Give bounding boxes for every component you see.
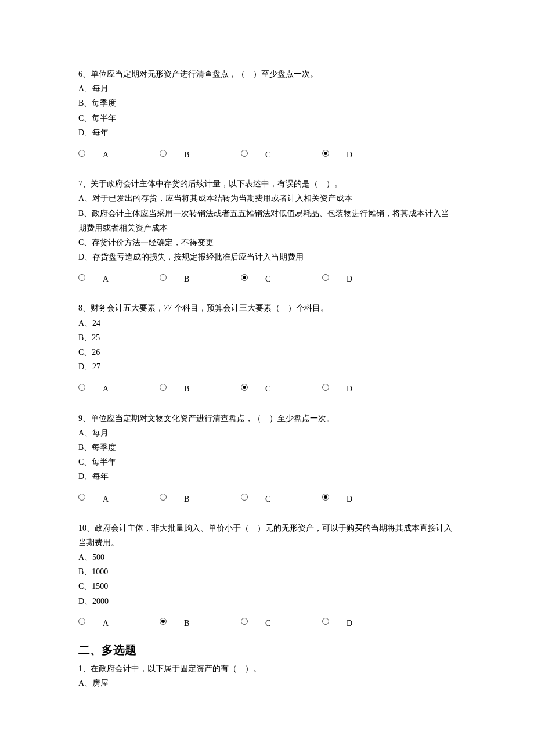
radio-label: A [103, 147, 109, 162]
radio-option-c[interactable]: C [241, 490, 322, 505]
question-option-b-text: B、政府会计主体应当采用一次转销法或者五五摊销法对低值易耗品、包装物进行摊销，将… [78, 206, 456, 235]
question-option-a-text: A、每月 [78, 81, 456, 96]
question-option-b-text: B、每季度 [78, 440, 456, 455]
question-option-a-text: A、房屋 [78, 676, 456, 690]
radio-icon-selected [160, 618, 167, 625]
radio-option-b[interactable]: B [160, 270, 241, 285]
radio-option-a[interactable]: A [78, 380, 160, 394]
radio-icon-selected [241, 384, 248, 391]
question-option-a-text: A、500 [78, 550, 456, 564]
question-text: 1、在政府会计中，以下属于固定资产的有（ ）。 [78, 661, 456, 676]
question-8: 8、财务会计五大要素，77 个科目，预算会计三大要素（ ）个科目。 A、24 B… [78, 301, 456, 394]
radio-option-b[interactable]: B [160, 490, 241, 505]
radio-option-c[interactable]: C [241, 146, 322, 160]
question-text: 10、政府会计主体，非大批量购入、单价小于（ ）元的无形资产，可以于购买的当期将… [78, 521, 456, 550]
section-heading-multi: 二、多选题 [78, 639, 456, 660]
radio-label: A [103, 272, 109, 286]
radio-option-c[interactable]: C [241, 614, 322, 629]
radio-label: C [265, 272, 270, 286]
radio-option-d[interactable]: D [322, 614, 403, 629]
question-7: 7、关于政府会计主体中存货的后续计量，以下表述中，有误的是（ ）。 A、对于已发… [78, 177, 456, 285]
radio-label: A [103, 492, 109, 506]
radio-icon [322, 384, 329, 391]
radio-label: B [184, 147, 189, 162]
question-option-b-text: B、每季度 [78, 96, 456, 110]
radio-option-a[interactable]: A [78, 614, 160, 629]
radio-option-c[interactable]: C [241, 380, 322, 394]
radio-group: A B C D [78, 614, 456, 629]
radio-label: A [103, 616, 109, 631]
radio-label: B [184, 616, 189, 631]
question-option-d-text: D、2000 [78, 594, 456, 609]
question-text: 7、关于政府会计主体中存货的后续计量，以下表述中，有误的是（ ）。 [78, 177, 456, 191]
radio-option-d[interactable]: D [322, 270, 403, 285]
radio-option-b[interactable]: B [160, 146, 241, 160]
radio-option-d[interactable]: D [322, 146, 403, 160]
question-option-b-text: B、25 [78, 330, 456, 345]
question-option-a-text: A、24 [78, 316, 456, 330]
question-text: 8、财务会计五大要素，77 个科目，预算会计三大要素（ ）个科目。 [78, 301, 456, 315]
question-option-a-text: A、对于已发出的存货，应当将其成本结转为当期费用或者计入相关资产成本 [78, 191, 456, 206]
radio-label: D [347, 616, 352, 631]
radio-option-d[interactable]: D [322, 490, 403, 505]
radio-option-b[interactable]: B [160, 614, 241, 629]
question-9: 9、单位应当定期对文物文化资产进行清查盘点，（ ）至少盘点一次。 A、每月 B、… [78, 411, 456, 505]
question-option-c-text: C、26 [78, 345, 456, 359]
radio-icon-selected [322, 150, 329, 157]
question-text: 9、单位应当定期对文物文化资产进行清查盘点，（ ）至少盘点一次。 [78, 411, 456, 426]
radio-icon [160, 384, 167, 391]
radio-label: C [265, 616, 270, 631]
radio-label: C [265, 147, 270, 162]
radio-icon-selected [322, 494, 329, 501]
radio-option-a[interactable]: A [78, 490, 160, 505]
question-option-d-text: D、27 [78, 359, 456, 374]
radio-icon [160, 274, 167, 281]
radio-icon [241, 150, 248, 157]
radio-label: D [347, 492, 352, 506]
question-option-c-text: C、1500 [78, 579, 456, 593]
radio-label: B [184, 272, 189, 286]
radio-icon [241, 494, 248, 501]
radio-icon [160, 150, 167, 157]
radio-icon [322, 618, 329, 625]
radio-icon-selected [241, 274, 248, 281]
radio-icon [78, 384, 85, 391]
question-option-d-text: D、每年 [78, 469, 456, 484]
question-option-d-text: D、每年 [78, 125, 456, 140]
question-option-d-text: D、存货盘亏造成的损失，按规定报经批准后应当计入当期费用 [78, 250, 456, 264]
radio-group: A B C D [78, 146, 456, 160]
radio-icon [78, 274, 85, 281]
radio-option-a[interactable]: A [78, 146, 160, 160]
radio-group: A B C D [78, 270, 456, 285]
radio-label: D [347, 272, 352, 286]
question-text: 6、单位应当定期对无形资产进行清查盘点，（ ）至少盘点一次。 [78, 67, 456, 81]
question-option-c-text: C、每半年 [78, 111, 456, 125]
radio-option-a[interactable]: A [78, 270, 160, 285]
radio-label: D [347, 147, 352, 162]
question-option-c-text: C、存货计价方法一经确定，不得变更 [78, 235, 456, 250]
radio-label: C [265, 492, 270, 506]
question-option-b-text: B、1000 [78, 564, 456, 579]
radio-option-d[interactable]: D [322, 380, 403, 394]
radio-icon [322, 274, 329, 281]
radio-group: A B C D [78, 380, 456, 394]
radio-label: B [184, 381, 189, 396]
question-option-c-text: C、每半年 [78, 455, 456, 469]
radio-option-c[interactable]: C [241, 270, 322, 285]
radio-label: C [265, 381, 270, 396]
radio-label: A [103, 381, 109, 396]
radio-icon [160, 494, 167, 501]
radio-icon [241, 618, 248, 625]
question-6: 6、单位应当定期对无形资产进行清查盘点，（ ）至少盘点一次。 A、每月 B、每季… [78, 67, 456, 160]
radio-icon [78, 618, 85, 625]
radio-icon [78, 494, 85, 501]
question-10: 10、政府会计主体，非大批量购入、单价小于（ ）元的无形资产，可以于购买的当期将… [78, 521, 456, 629]
radio-option-b[interactable]: B [160, 380, 241, 394]
radio-icon [78, 150, 85, 157]
radio-group: A B C D [78, 490, 456, 505]
radio-label: B [184, 492, 189, 506]
radio-label: D [347, 381, 352, 396]
question-option-a-text: A、每月 [78, 426, 456, 440]
